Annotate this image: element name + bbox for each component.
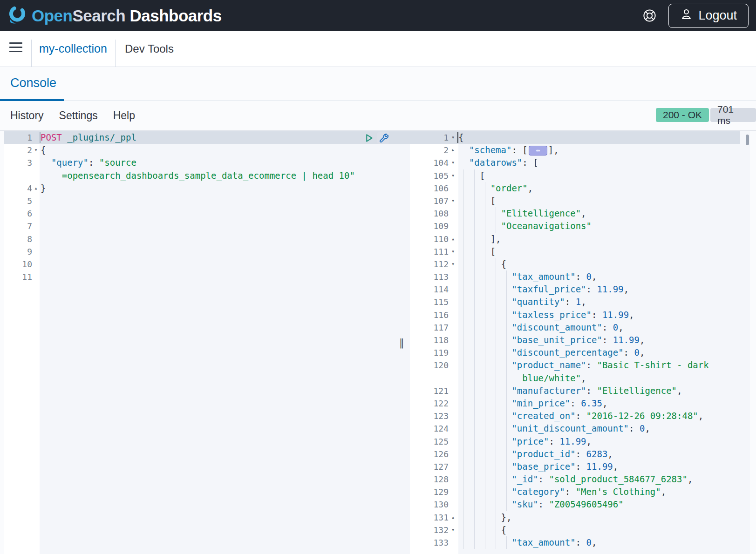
code-line[interactable]: 1POST _plugins/_ppl [4,131,410,144]
panel-splitter-handle[interactable]: ‖ [399,337,404,348]
code-line[interactable]: 107▾ [ [410,195,756,207]
indent-guide [506,473,507,486]
code-line[interactable]: 119 "discount_percentage": 0, [410,346,756,359]
indent-guide [496,511,496,524]
code-line[interactable]: 104▾ "datarows": [ [410,156,756,169]
code-line[interactable]: blue/white", [410,372,756,385]
code-line[interactable]: 120 "product_name": "Basic T-shirt - dar… [410,359,756,372]
help-icon[interactable] [642,9,656,23]
menu-item-history[interactable]: History [10,109,44,122]
code-line[interactable]: 3 "query": "source [4,156,410,169]
code-line[interactable]: 110▴ ], [410,233,756,245]
indent-guide [496,536,496,549]
line-number: 122 [410,397,449,410]
fold-open-icon[interactable]: ▾ [449,131,457,144]
indent-guide [463,233,464,245]
code-text [40,233,410,245]
code-line[interactable]: 132▾ { [410,524,756,536]
indent-guide [474,498,475,511]
breadcrumb-collection[interactable]: my-collection [39,42,107,55]
menu-item-settings[interactable]: Settings [59,109,98,122]
code-line[interactable]: =opensearch_dashboards_sample_data_ecomm… [4,169,410,182]
request-editor[interactable]: 1POST _plugins/_ppl2▾{3 "query": "source… [4,131,410,554]
code-line[interactable]: 6 [4,207,410,220]
code-line[interactable]: 126 "product_id": 6283, [410,448,756,460]
code-line[interactable]: 10 [4,258,410,270]
code-token: 6283 [586,449,608,459]
fold-end-icon[interactable]: ▴ [449,511,457,524]
code-line[interactable]: 121 "manufacturer": "Elitelligence", [410,385,756,397]
fold-collapsed-icon[interactable]: ▸ [449,144,457,156]
code-line[interactable]: 5 [4,195,410,207]
code-line[interactable]: 131▴ }, [410,511,756,524]
logout-button[interactable]: Logout [668,4,749,28]
indent-guide [506,397,507,410]
line-number: 6 [4,207,32,220]
code-line[interactable]: 106 "order", [410,182,756,195]
code-line[interactable]: 112▾ { [410,258,756,270]
indent-guide [474,359,475,372]
send-request-play-icon[interactable] [364,133,374,143]
indent-guide [463,372,464,385]
code-line[interactable]: 8 [4,233,410,245]
code-line[interactable]: 116 "taxless_price": 11.99, [410,309,756,321]
line-number: 117 [410,321,449,334]
fold-open-icon[interactable]: ▾ [449,156,457,169]
code-token: { [458,259,506,269]
menu-icon[interactable] [9,42,22,52]
code-line[interactable]: 125 "price": 11.99, [410,435,756,448]
logout-label: Logout [698,8,737,23]
code-text: "query": "source [40,156,410,169]
indent-guide [496,296,496,308]
fold-open-icon[interactable]: ▾ [449,258,457,270]
menu-item-help[interactable]: Help [113,109,135,122]
line-number: 1 [4,131,32,144]
code-line[interactable]: 2▸ "schema": [↔], [410,144,756,156]
tab-console[interactable]: Console [10,76,56,90]
code-line[interactable]: 133 "tax_amount": 0, [410,536,756,549]
code-line[interactable]: 124 "unit_discount_amount": 0, [410,422,756,435]
indent-guide [496,321,496,334]
person-icon [680,8,693,24]
response-editor[interactable]: 1▾{2▸ "schema": [↔],104▾ "datarows": [10… [410,131,756,554]
fold-open-icon[interactable]: ▾ [449,524,457,536]
code-line[interactable]: 127 "base_price": 11.99, [410,460,756,473]
code-line[interactable]: 122 "min_price": 6.35, [410,397,756,410]
code-line[interactable]: 1▾{ [410,131,756,144]
fold-open-icon[interactable]: ▾ [449,195,457,207]
scrollbar-thumb[interactable] [746,135,749,145]
fold-end-icon[interactable]: ▴ [32,182,40,195]
fold-open-icon[interactable]: ▾ [32,144,40,156]
code-line[interactable]: 118 "base_unit_price": 11.99, [410,334,756,346]
indent-guide [463,245,464,258]
code-line[interactable]: 108 "Elitelligence", [410,207,756,220]
fold-spacer [449,182,457,195]
code-token: "base_price" [511,461,575,472]
code-line[interactable]: 123 "created_on": "2016-12-26 09:28:48", [410,410,756,422]
code-line[interactable]: 128 "_id": "sold_product_584677_6283", [410,473,756,486]
code-line[interactable]: 113 "tax_amount": 0, [410,270,756,283]
code-line[interactable]: 114 "taxful_price": 11.99, [410,283,756,296]
code-text: "min_price": 6.35, [457,397,756,410]
fold-end-icon[interactable]: ▴ [449,233,457,245]
code-line[interactable]: 111▾ [ [410,245,756,258]
wrench-icon[interactable] [377,132,389,144]
code-line[interactable]: 4▴} [4,182,410,195]
code-text: blue/white", [457,372,756,385]
code-line[interactable]: 115 "quantity": 1, [410,296,756,308]
code-token: , [581,208,586,218]
code-line[interactable]: 105▾ [ [410,169,756,182]
code-line[interactable]: 7 [4,220,410,232]
code-line[interactable]: 130 "sku": "Z00549605496" [410,498,756,511]
fold-open-icon[interactable]: ▾ [449,169,457,182]
code-line[interactable]: 9 [4,245,410,258]
collapsed-fold-widget[interactable]: ↔ [529,146,547,155]
code-line[interactable]: 109 "Oceanavigations" [410,220,756,232]
code-line[interactable]: 2▾{ [4,144,410,156]
code-line[interactable]: 129 "category": "Men's Clothing", [410,486,756,498]
fold-open-icon[interactable]: ▾ [449,245,457,258]
code-line[interactable]: 117 "discount_amount": 0, [410,321,756,334]
indent-guide [463,195,464,207]
code-line[interactable]: 11 [4,270,410,283]
code-text: "base_unit_price": 11.99, [457,334,756,346]
